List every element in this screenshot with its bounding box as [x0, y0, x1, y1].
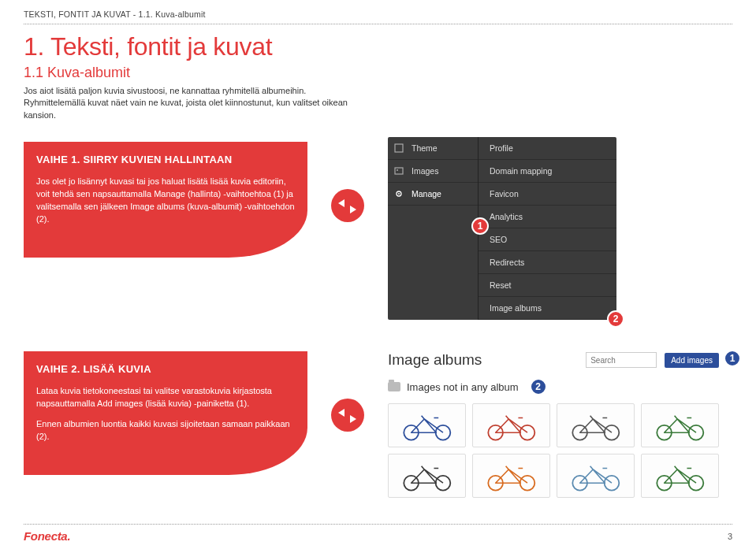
menu-item-seo[interactable]: SEO [479, 228, 616, 251]
bike-icon [397, 409, 458, 443]
menu-item-manage[interactable]: Manage [388, 183, 478, 206]
step2-box: VAIHE 2. LISÄÄ KUVIA Lataa kuvia tietoko… [24, 351, 307, 475]
menu-right-column: Profile Domain mapping Favicon Analytics… [479, 137, 616, 320]
intro-line-2: Ryhmittelemällä kuvat näet vain ne kuvat… [24, 98, 348, 119]
step-marker-1: 1 [471, 217, 489, 235]
intro-text: Jos aiot lisätä paljon kuvia sivustoosi,… [24, 85, 371, 121]
page-number: 3 [728, 532, 732, 541]
image-thumbnail[interactable] [641, 454, 719, 498]
albums-subtitle: Images not in any album [407, 381, 519, 393]
breadcrumb: TEKSTI, FONTIT JA KUVAT - 1.1. Kuva-albu… [24, 9, 732, 19]
menu-label: Manage [412, 189, 441, 198]
albums-subtitle-row: Images not in any album 2 [388, 378, 719, 395]
bike-icon [481, 459, 542, 493]
bike-icon [565, 409, 627, 443]
step-marker-2: 2 [530, 378, 547, 395]
svg-rect-0 [395, 144, 403, 152]
svg-point-10 [604, 425, 619, 440]
menu-item-reset[interactable]: Reset [479, 274, 616, 297]
svg-point-14 [435, 475, 450, 490]
arrow-icon [331, 399, 364, 432]
menu-label: Profile [490, 143, 513, 153]
menu-item-redirects[interactable]: Redirects [479, 251, 616, 274]
add-images-button[interactable]: Add images 1 [665, 353, 719, 368]
folder-icon [388, 382, 400, 391]
menu-item-image-albums[interactable]: Image albums [479, 297, 616, 320]
svg-point-6 [435, 425, 450, 440]
image-thumbnail[interactable] [557, 403, 635, 447]
bike-icon [481, 409, 542, 443]
menu-label: Favicon [490, 189, 519, 198]
menu-label: Images [412, 166, 438, 176]
image-thumbnail[interactable] [641, 403, 719, 447]
svg-point-20 [688, 475, 703, 490]
image-thumbnail[interactable] [388, 403, 466, 447]
step-marker-1: 1 [724, 350, 741, 367]
menu-item-profile[interactable]: Profile [479, 137, 616, 160]
menu-item-theme[interactable]: Theme [388, 137, 478, 160]
svg-rect-1 [395, 168, 403, 174]
image-albums-screenshot: Image albums Add images 1 Images not in … [388, 351, 719, 498]
svg-point-12 [688, 425, 703, 440]
bike-icon [650, 409, 711, 443]
bike-icon [397, 459, 458, 493]
menu-item-analytics[interactable]: Analytics [479, 206, 616, 228]
step2-title: VAIHE 2. LISÄÄ KUVIA [36, 362, 295, 377]
bike-icon [650, 459, 711, 493]
add-images-label: Add images [671, 356, 713, 365]
menu-label: Domain mapping [490, 166, 552, 176]
step1-row: VAIHE 1. SIIRRY KUVIEN HALLINTAAN Jos ol… [24, 142, 732, 320]
menu-label: Analytics [490, 212, 523, 221]
svg-point-8 [520, 425, 534, 440]
menu-label: Image albums [490, 303, 542, 313]
image-thumbnail[interactable] [388, 454, 466, 498]
step2-row: VAIHE 2. LISÄÄ KUVIA Lataa kuvia tietoko… [24, 351, 732, 498]
theme-icon [394, 143, 404, 153]
divider-top [24, 24, 732, 24]
menu-label: SEO [490, 235, 507, 244]
menu-item-favicon[interactable]: Favicon [479, 183, 616, 206]
step2-body-2: Ennen albumien luontia kaikki kuvasi sij… [36, 418, 295, 443]
section-title: 1.1 Kuva-albumit [24, 65, 732, 81]
svg-point-2 [397, 169, 398, 171]
images-icon [394, 166, 404, 176]
intro-line-1: Jos aiot lisätä paljon kuvia sivustoosi,… [24, 86, 306, 95]
svg-point-4 [398, 193, 400, 195]
bike-icon [565, 459, 627, 493]
svg-point-16 [520, 475, 534, 490]
step-marker-2: 2 [607, 310, 624, 328]
albums-header: Image albums Add images 1 [388, 351, 719, 369]
image-thumbnail[interactable] [557, 454, 635, 498]
search-input[interactable] [586, 352, 657, 368]
menu-item-images[interactable]: Images [388, 160, 478, 183]
menu-item-domain[interactable]: Domain mapping [479, 160, 616, 183]
gear-icon [394, 189, 404, 198]
menu-left-column: Theme Images Manage [388, 137, 479, 320]
menu-label: Theme [412, 143, 438, 153]
thumbnail-grid [388, 403, 719, 498]
brand-logo: Fonecta. [24, 529, 70, 543]
step1-body: Jos olet jo lisännyt kuvasi tai jos halu… [36, 176, 295, 226]
step1-box: VAIHE 1. SIIRRY KUVIEN HALLINTAAN Jos ol… [24, 142, 307, 258]
image-thumbnail[interactable] [472, 403, 550, 447]
image-thumbnail[interactable] [472, 454, 550, 498]
step2-body-1: Lataa kuvia tietokoneestasi tai valitse … [36, 385, 295, 410]
footer: Fonecta. 3 [24, 524, 732, 543]
manage-menu-screenshot: Theme Images Manage Profile Domain mappi… [388, 137, 616, 320]
svg-point-18 [604, 475, 619, 490]
arrow-icon [331, 189, 364, 222]
page-title: 1. Teksti, fontit ja kuvat [24, 32, 732, 61]
menu-label: Redirects [490, 258, 524, 267]
menu-label: Reset [490, 280, 511, 290]
step1-title: VAIHE 1. SIIRRY KUVIEN HALLINTAAN [36, 153, 295, 168]
albums-title: Image albums [388, 351, 578, 369]
